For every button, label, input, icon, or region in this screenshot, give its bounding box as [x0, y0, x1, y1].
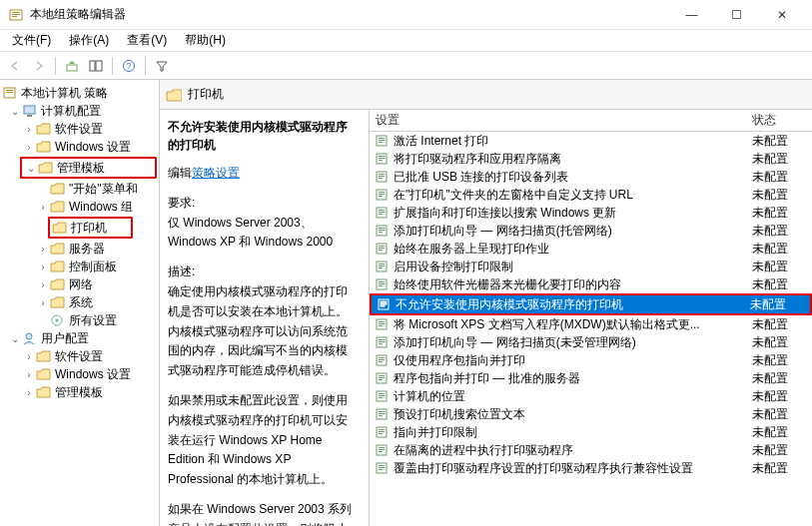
- tree-user-admin-templates[interactable]: › 管理模板: [0, 383, 159, 401]
- svg-rect-90: [379, 465, 385, 466]
- svg-rect-79: [379, 413, 385, 414]
- tree-start-menu[interactable]: "开始"菜单和: [0, 180, 159, 198]
- expander-open-icon[interactable]: ⌄: [8, 106, 22, 117]
- list-row[interactable]: 添加打印机向导 — 网络扫描页(托管网络)未配置: [370, 222, 812, 240]
- svg-rect-88: [379, 451, 383, 452]
- description-label: 描述:: [168, 263, 359, 282]
- forward-button[interactable]: [28, 55, 50, 77]
- list-row[interactable]: 始终使用软件光栅器来光栅化要打印的内容未配置: [370, 275, 812, 293]
- svg-rect-43: [379, 248, 385, 249]
- maximize-button[interactable]: ☐: [714, 1, 759, 29]
- up-button[interactable]: [61, 55, 83, 77]
- window-title: 本地组策略编辑器: [30, 6, 669, 23]
- policy-item-label: 激活 Internet 打印: [394, 133, 752, 150]
- list-row[interactable]: 在隔离的进程中执行打印驱动程序未配置: [370, 441, 812, 459]
- folder-icon: [36, 349, 52, 363]
- svg-rect-32: [379, 196, 383, 197]
- tree-label: 软件设置: [55, 348, 103, 365]
- list-row[interactable]: 激活 Internet 打印未配置: [370, 132, 812, 150]
- close-button[interactable]: ✕: [759, 1, 804, 29]
- tree-user-config[interactable]: ⌄ 用户配置: [0, 329, 159, 347]
- policy-item-icon: [374, 352, 390, 368]
- tree-all-settings[interactable]: 所有设置: [0, 311, 159, 329]
- list-row[interactable]: 启用设备控制打印限制未配置: [370, 258, 812, 275]
- expander-closed-icon[interactable]: ›: [22, 351, 36, 362]
- menu-action[interactable]: 操作(A): [61, 30, 117, 51]
- column-status[interactable]: 状态: [752, 112, 812, 129]
- tree-windows-components[interactable]: › Windows 组: [0, 198, 159, 216]
- svg-rect-76: [379, 397, 383, 398]
- svg-rect-72: [379, 379, 383, 380]
- list-row[interactable]: 覆盖由打印驱动程序设置的打印驱动程序执行兼容性设置未配置: [370, 459, 812, 477]
- expander-closed-icon[interactable]: ›: [36, 262, 50, 272]
- expander-closed-icon[interactable]: ›: [22, 142, 36, 153]
- list-row[interactable]: 仅使用程序包指向并打印未配置: [370, 351, 812, 369]
- tree-admin-templates[interactable]: ⌄ 管理模板: [22, 159, 155, 177]
- tree-system[interactable]: › 系统: [0, 293, 159, 311]
- policy-item-icon: [374, 460, 390, 476]
- tree-windows-settings[interactable]: › Windows 设置: [0, 138, 159, 156]
- list-row[interactable]: 将 Microsoft XPS 文档写入程序(MXDW)默认输出格式更...未配…: [370, 315, 812, 333]
- list-row[interactable]: 始终在服务器上呈现打印作业未配置: [370, 240, 812, 258]
- folder-icon: [36, 122, 52, 136]
- expander-open-icon[interactable]: ⌄: [8, 333, 22, 344]
- menu-file[interactable]: 文件(F): [4, 30, 59, 51]
- tree-software-settings[interactable]: › 软件设置: [0, 120, 159, 138]
- breadcrumb: 打印机: [160, 80, 812, 110]
- tree-user-windows[interactable]: › Windows 设置: [0, 365, 159, 383]
- list-row[interactable]: 添加打印机向导 — 网络扫描页(未受管理网络)未配置: [370, 333, 812, 351]
- svg-rect-42: [379, 246, 385, 247]
- svg-rect-28: [379, 178, 383, 179]
- toolbar: ?: [0, 52, 812, 80]
- filter-button[interactable]: [151, 55, 173, 77]
- svg-point-16: [26, 333, 32, 339]
- back-button[interactable]: [4, 55, 26, 77]
- expander-closed-icon[interactable]: ›: [36, 244, 50, 255]
- policy-item-status: 未配置: [752, 205, 812, 222]
- list-row[interactable]: 计算机的位置未配置: [370, 387, 812, 405]
- svg-rect-18: [379, 138, 385, 139]
- expander-closed-icon[interactable]: ›: [22, 387, 36, 398]
- expander-closed-icon[interactable]: ›: [36, 202, 50, 213]
- expander-closed-icon[interactable]: ›: [22, 369, 36, 380]
- list-row[interactable]: 指向并打印限制未配置: [370, 423, 812, 441]
- description-pane: 不允许安装使用内核模式驱动程序的打印机 编辑策略设置 要求: 仅 Windows…: [160, 110, 370, 526]
- tree-control-panel[interactable]: › 控制面板: [0, 258, 159, 275]
- expander-open-icon[interactable]: ⌄: [24, 163, 38, 174]
- description-p3: 如果在 Windows Server 2003 系列产品上没有配置此设置，则将阻…: [168, 500, 359, 526]
- list-row[interactable]: 预设打印机搜索位置文本未配置: [370, 405, 812, 423]
- list-row[interactable]: 已批准 USB 连接的打印设备列表未配置: [370, 168, 812, 186]
- policy-item-label: 程序包指向并打印 — 批准的服务器: [394, 370, 752, 387]
- column-setting[interactable]: 设置: [370, 112, 752, 129]
- expander-closed-icon[interactable]: ›: [36, 297, 50, 308]
- list-row[interactable]: 不允许安装使用内核模式驱动程序的打印机未配置: [372, 295, 810, 313]
- policy-item-label: 将 Microsoft XPS 文档写入程序(MXDW)默认输出格式更...: [394, 316, 752, 333]
- svg-rect-58: [379, 321, 385, 322]
- list-row[interactable]: 在"打印机"文件夹的左窗格中自定义支持 URL未配置: [370, 186, 812, 204]
- policy-item-label: 覆盖由打印驱动程序设置的打印驱动程序执行兼容性设置: [394, 460, 752, 477]
- expander-closed-icon[interactable]: ›: [36, 279, 50, 290]
- tree-user-software[interactable]: › 软件设置: [0, 347, 159, 365]
- tree-root[interactable]: 本地计算机 策略: [0, 84, 159, 102]
- tree-computer-config[interactable]: ⌄ 计算机配置: [0, 102, 159, 120]
- show-hide-tree-button[interactable]: [85, 55, 107, 77]
- tree-servers[interactable]: › 服务器: [0, 240, 159, 258]
- list-row[interactable]: 程序包指向并打印 — 批准的服务器未配置: [370, 369, 812, 387]
- policy-item-icon: [374, 334, 390, 350]
- list-row[interactable]: 将打印驱动程序和应用程序隔离未配置: [370, 150, 812, 168]
- svg-rect-60: [379, 325, 383, 326]
- help-button[interactable]: ?: [118, 55, 140, 77]
- tree-network[interactable]: › 网络: [0, 275, 159, 293]
- svg-point-15: [56, 319, 59, 322]
- policy-item-icon: [374, 169, 390, 185]
- minimize-button[interactable]: —: [669, 1, 714, 29]
- tree-printers[interactable]: 打印机: [50, 219, 131, 237]
- policy-item-status: 未配置: [752, 388, 812, 405]
- list-row[interactable]: 扩展指向和打印连接以搜索 Windows 更新未配置: [370, 204, 812, 222]
- menu-view[interactable]: 查看(V): [119, 30, 175, 51]
- policy-item-label: 预设打印机搜索位置文本: [394, 406, 752, 423]
- expander-closed-icon[interactable]: ›: [22, 124, 36, 135]
- menu-help[interactable]: 帮助(H): [177, 30, 234, 51]
- title-bar: 本地组策略编辑器 — ☐ ✕: [0, 0, 812, 30]
- edit-policy-link[interactable]: 策略设置: [192, 166, 240, 180]
